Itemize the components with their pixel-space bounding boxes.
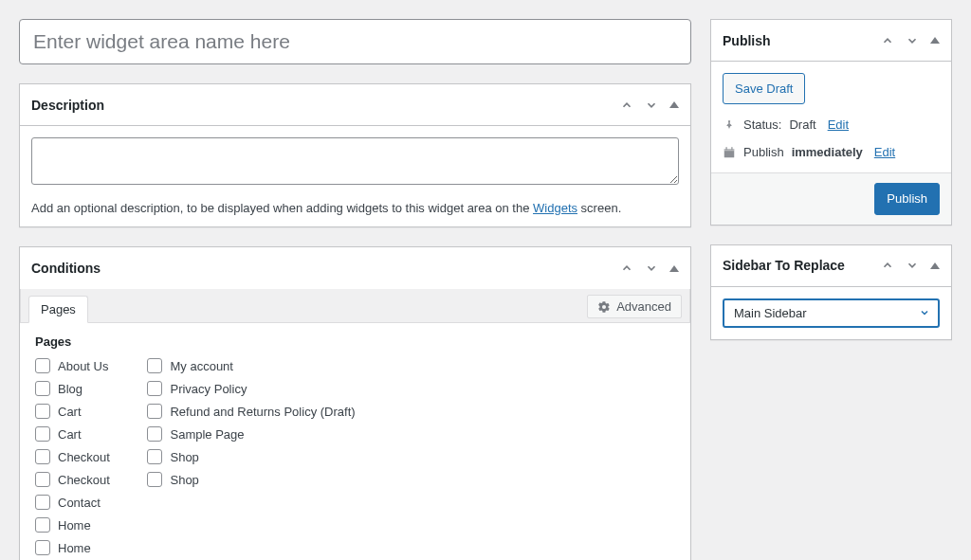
advanced-button[interactable]: Advanced [587,295,682,318]
chevron-up-icon [669,101,679,108]
page-checkbox-row[interactable]: My account [147,358,355,373]
move-up-button[interactable] [620,99,633,112]
description-panel-header: Description [20,84,690,126]
page-checkbox[interactable] [35,426,50,442]
sidebar-replace-select[interactable]: Main Sidebar [723,298,940,328]
move-up-button[interactable] [881,259,894,272]
publish-button[interactable]: Publish [874,183,940,214]
conditions-panel: Conditions Pages [19,246,691,560]
page-label: Shop [170,473,198,487]
page-label: Checkout [58,450,110,464]
page-label: About Us [58,359,108,373]
page-checkbox-row[interactable]: Checkout [35,472,120,487]
page-checkbox[interactable] [147,358,162,373]
sidebar-replace-header: Sidebar To Replace [711,245,951,287]
widget-area-title-input[interactable] [19,19,691,64]
page-checkbox-row[interactable]: Cart [35,404,120,419]
move-down-button[interactable] [645,262,658,275]
page-checkbox[interactable] [35,472,50,487]
description-textarea[interactable] [31,137,679,185]
svg-rect-3 [731,147,732,150]
page-checkbox[interactable] [35,404,50,419]
page-checkbox-row[interactable]: Contact [35,495,120,510]
move-down-button[interactable] [645,99,658,112]
page-label: My account [170,359,232,373]
page-checkbox[interactable] [147,381,162,396]
status-value: Draft [789,117,815,132]
pages-column-1: About UsBlogCartCartCheckoutCheckoutCont… [35,358,120,560]
chevron-up-icon [930,262,940,269]
move-up-button[interactable] [620,262,633,275]
page-label: Refund and Returns Policy (Draft) [170,405,355,419]
sidebar-replace-heading: Sidebar To Replace [723,258,845,273]
page-checkbox[interactable] [35,358,50,373]
page-checkbox-row[interactable]: Cart [35,426,120,442]
description-panel: Description Add an optional description,… [19,83,691,227]
page-checkbox-row[interactable]: Privacy Policy [147,381,355,396]
page-checkbox[interactable] [147,449,162,464]
status-row: Status: Draft Edit [723,117,940,132]
page-label: Home [58,518,91,533]
page-checkbox[interactable] [147,426,162,442]
svg-rect-1 [724,149,735,151]
page-checkbox[interactable] [147,404,162,419]
page-label: Home [58,541,91,555]
page-checkbox[interactable] [35,540,50,555]
publish-heading: Publish [723,33,771,48]
publish-panel-header: Publish [711,20,951,62]
toggle-panel-button[interactable] [669,101,679,108]
widgets-screen-link[interactable]: Widgets [533,201,577,215]
page-checkbox-row[interactable]: Shop [147,449,355,464]
page-checkbox-row[interactable]: Blog [35,381,120,396]
conditions-panel-header: Conditions [20,247,690,289]
schedule-label: Publish [743,145,784,159]
sidebar-replace-panel: Sidebar To Replace Main Sidebar [710,244,952,340]
edit-status-link[interactable]: Edit [828,117,849,132]
tab-pages[interactable]: Pages [28,296,88,323]
advanced-label: Advanced [616,299,671,314]
chevron-up-icon [669,265,679,272]
page-checkbox-row[interactable]: Shop [147,472,355,487]
description-hint: Add an optional description, to be displ… [31,201,679,215]
page-checkbox-row[interactable]: Home [35,540,120,555]
edit-schedule-link[interactable]: Edit [874,145,895,159]
page-checkbox[interactable] [35,517,50,533]
move-down-button[interactable] [906,34,919,47]
page-label: Sample Page [170,427,244,442]
chevron-up-icon [930,37,940,44]
toggle-panel-button[interactable] [930,37,940,44]
pin-icon [723,118,736,132]
toggle-panel-button[interactable] [930,262,940,269]
toggle-panel-button[interactable] [669,265,679,272]
hint-suffix: screen. [577,201,621,215]
page-label: Privacy Policy [170,382,247,396]
schedule-value: immediately [792,145,863,159]
page-checkbox[interactable] [35,495,50,510]
page-checkbox[interactable] [35,449,50,464]
page-label: Checkout [58,473,110,487]
page-label: Shop [170,450,198,464]
schedule-row: Publish immediately Edit [723,145,940,159]
page-checkbox-row[interactable]: Home [35,517,120,533]
conditions-heading: Conditions [31,261,101,276]
page-checkbox-row[interactable]: Sample Page [147,426,355,442]
page-label: Blog [58,382,82,396]
page-checkbox[interactable] [35,381,50,396]
svg-rect-2 [726,147,727,150]
page-checkbox-row[interactable]: About Us [35,358,120,373]
save-draft-button[interactable]: Save Draft [723,73,805,104]
calendar-icon [723,146,736,159]
page-checkbox-row[interactable]: Checkout [35,449,120,464]
status-label: Status: [743,117,781,132]
gear-icon [597,300,611,314]
pages-section-title: Pages [35,334,679,349]
page-label: Contact [58,496,101,510]
move-up-button[interactable] [881,34,894,47]
page-label: Cart [58,405,82,419]
pages-column-2: My accountPrivacy PolicyRefund and Retur… [147,358,355,560]
page-checkbox-row[interactable]: Refund and Returns Policy (Draft) [147,404,355,419]
move-down-button[interactable] [906,259,919,272]
page-label: Cart [58,427,82,442]
description-heading: Description [31,98,104,113]
page-checkbox[interactable] [147,472,162,487]
